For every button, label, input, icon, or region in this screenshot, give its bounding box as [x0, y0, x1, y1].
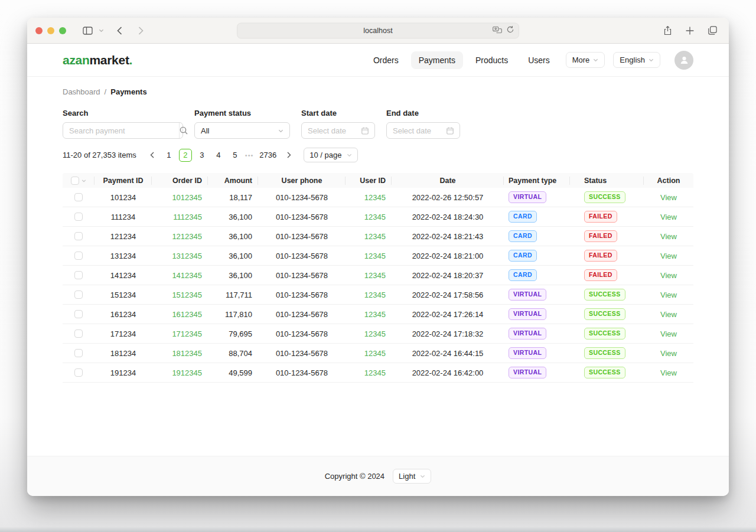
pagination-page-2736[interactable]: 2736	[257, 149, 279, 162]
row-checkbox[interactable]	[74, 310, 83, 318]
close-window-button[interactable]	[35, 27, 43, 34]
language-dropdown[interactable]: English	[613, 52, 660, 68]
minimize-window-button[interactable]	[47, 27, 54, 34]
translate-icon[interactable]	[493, 26, 502, 35]
row-checkbox[interactable]	[74, 368, 83, 377]
view-link[interactable]: View	[644, 305, 693, 324]
view-link[interactable]: View	[644, 227, 693, 246]
cell-order-id-link[interactable]: 1012345	[152, 188, 208, 207]
forward-button[interactable]	[132, 22, 149, 39]
row-checkbox[interactable]	[74, 329, 83, 338]
payment-status-select[interactable]: All	[194, 122, 290, 139]
new-tab-icon[interactable]	[682, 22, 698, 39]
pagination-next-button[interactable]	[282, 149, 295, 162]
table-row[interactable]: 101234 1012345 18,117 010-1234-5678 1234…	[63, 188, 693, 207]
share-icon[interactable]	[659, 22, 676, 39]
pagination-prev-button[interactable]	[146, 149, 159, 162]
cell-user-id-link[interactable]: 12345	[346, 344, 392, 363]
pagination-page-4[interactable]: 4	[212, 149, 225, 162]
cell-order-id-link[interactable]: 1612345	[152, 305, 208, 324]
column-header-status[interactable]: Status	[570, 173, 644, 188]
column-header-order-id[interactable]: Order ID	[152, 173, 208, 188]
header-checkbox-chevron-icon[interactable]	[82, 178, 86, 183]
search-button[interactable]	[179, 123, 188, 138]
page-size-select[interactable]: 10 / page	[304, 148, 357, 162]
sidebar-toggle-icon[interactable]	[79, 22, 96, 39]
row-checkbox[interactable]	[74, 232, 83, 240]
table-row[interactable]: 111234 1112345 36,100 010-1234-5678 1234…	[63, 207, 693, 227]
cell-user-id-link[interactable]: 12345	[346, 363, 392, 382]
cell-order-id-link[interactable]: 1212345	[152, 227, 208, 246]
row-checkbox[interactable]	[74, 271, 83, 279]
start-date-picker[interactable]: Select date	[301, 122, 375, 139]
column-header-action[interactable]: Action	[644, 173, 693, 188]
column-header-date[interactable]: Date	[392, 173, 504, 188]
view-link[interactable]: View	[644, 188, 693, 207]
column-header-payment-type[interactable]: Payment type	[504, 173, 570, 188]
more-dropdown[interactable]: More	[566, 52, 605, 68]
back-button[interactable]	[111, 22, 128, 39]
end-date-picker[interactable]: Select date	[386, 122, 460, 139]
pagination-page-2[interactable]: 2	[179, 149, 192, 162]
cell-order-id-link[interactable]: 1712345	[152, 324, 208, 343]
cell-user-id-link[interactable]: 12345	[346, 266, 392, 285]
reload-icon[interactable]	[507, 26, 514, 35]
theme-select[interactable]: Light	[393, 469, 431, 484]
zoom-window-button[interactable]	[59, 27, 66, 34]
nav-item-users[interactable]: Users	[520, 51, 558, 69]
nav-item-orders[interactable]: Orders	[366, 51, 406, 69]
select-all-checkbox[interactable]	[71, 177, 79, 185]
view-link[interactable]: View	[644, 285, 693, 304]
row-checkbox[interactable]	[74, 291, 83, 299]
cell-order-id-link[interactable]: 1312345	[152, 246, 208, 265]
cell-order-id-link[interactable]: 1812345	[152, 344, 208, 363]
table-row[interactable]: 121234 1212345 36,100 010-1234-5678 1234…	[63, 227, 693, 246]
column-header-user-phone[interactable]: User phone	[258, 173, 346, 188]
table-row[interactable]: 151234 1512345 117,711 010-1234-5678 123…	[63, 285, 693, 305]
column-header-user-id[interactable]: User ID	[346, 173, 392, 188]
sidebar-chevron-down-icon[interactable]	[96, 22, 106, 39]
status-badge: SUCCESS	[584, 367, 625, 378]
cell-user-id-link[interactable]: 12345	[346, 246, 392, 265]
cell-order-id-link[interactable]: 1912345	[152, 363, 208, 382]
view-link[interactable]: View	[644, 207, 693, 226]
table-row[interactable]: 161234 1612345 117,810 010-1234-5678 123…	[63, 305, 693, 324]
view-link[interactable]: View	[644, 266, 693, 285]
view-link[interactable]: View	[644, 344, 693, 363]
pagination-ellipsis[interactable]: •••	[245, 152, 254, 159]
row-checkbox[interactable]	[74, 349, 83, 357]
cell-user-id-link[interactable]: 12345	[346, 285, 392, 304]
table-row[interactable]: 131234 1312345 36,100 010-1234-5678 1234…	[63, 246, 693, 266]
address-bar[interactable]: localhost	[237, 22, 519, 38]
table-row[interactable]: 171234 1712345 79,695 010-1234-5678 1234…	[63, 324, 693, 344]
column-header-payment-id[interactable]: Payment ID	[94, 173, 152, 188]
cell-user-id-link[interactable]: 12345	[346, 305, 392, 324]
tab-overview-icon[interactable]	[704, 22, 721, 39]
table-row[interactable]: 141234 1412345 36,100 010-1234-5678 1234…	[63, 266, 693, 285]
cell-user-id-link[interactable]: 12345	[346, 207, 392, 226]
table-row[interactable]: 191234 1912345 49,599 010-1234-5678 1234…	[63, 363, 693, 383]
cell-order-id-link[interactable]: 1512345	[152, 285, 208, 304]
pagination-page-5[interactable]: 5	[229, 149, 242, 162]
row-checkbox[interactable]	[74, 252, 83, 260]
row-checkbox[interactable]	[74, 213, 83, 221]
user-avatar[interactable]	[674, 51, 693, 70]
table-row[interactable]: 181234 1812345 88,704 010-1234-5678 1234…	[63, 344, 693, 363]
column-header-amount[interactable]: Amount	[208, 173, 258, 188]
nav-item-payments[interactable]: Payments	[411, 51, 463, 69]
row-checkbox[interactable]	[74, 193, 83, 201]
pagination-page-1[interactable]: 1	[162, 149, 175, 162]
logo[interactable]: azanmarket.	[63, 53, 132, 67]
cell-user-id-link[interactable]: 12345	[346, 188, 392, 207]
breadcrumb-dashboard[interactable]: Dashboard	[63, 87, 100, 96]
view-link[interactable]: View	[644, 246, 693, 265]
cell-user-id-link[interactable]: 12345	[346, 324, 392, 343]
cell-order-id-link[interactable]: 1412345	[152, 266, 208, 285]
search-input[interactable]	[63, 123, 179, 138]
pagination-page-3[interactable]: 3	[195, 149, 208, 162]
cell-user-id-link[interactable]: 12345	[346, 227, 392, 246]
cell-order-id-link[interactable]: 1112345	[152, 207, 208, 226]
view-link[interactable]: View	[644, 363, 693, 382]
nav-item-products[interactable]: Products	[468, 51, 516, 69]
view-link[interactable]: View	[644, 324, 693, 343]
